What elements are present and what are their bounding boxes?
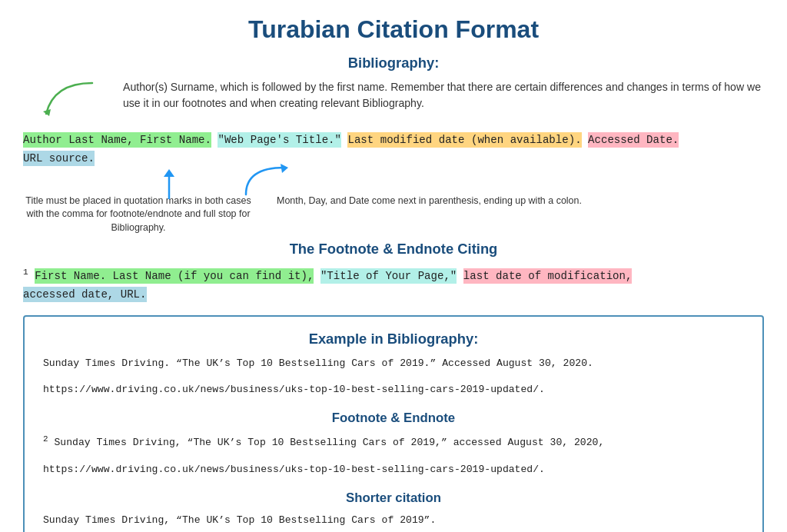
biblio-annotation-right: Month, Day, and Date come next in parent… — [254, 171, 764, 234]
example-footnote-text1: 2 Sunday Times Driving, “The UK’s Top 10… — [43, 432, 744, 452]
page-title: Turabian Citation Format — [23, 15, 764, 44]
example-biblio-text2: https://www.driving.co.uk/news/business/… — [43, 381, 744, 398]
example-shorter-text: Sunday Times Driving, “The UK’s Top 10 B… — [43, 512, 744, 529]
example-shorter-title: Shorter citation — [43, 490, 744, 506]
bibliography-section-title: Bibliography: — [23, 55, 764, 71]
footnote-section-title: The Footnote & Endnote Citing — [23, 241, 764, 258]
footnote-citation-line2: accessed date, URL. — [23, 286, 764, 304]
biblio-citation-line1: Author Last Name, First Name. "Web Page'… — [23, 131, 764, 150]
footnote-superscript: 1 — [23, 268, 28, 277]
green-arrow-container — [23, 79, 123, 125]
footnote-citation-line1: 1 First Name. Last Name (if you can find… — [23, 265, 764, 286]
annot-right-text: Month, Day, and Date come next in parent… — [277, 195, 764, 208]
blue-curve-arrow-svg — [238, 164, 300, 198]
example-biblio-text1: Sunday Times Driving. “The UK’s Top 10 B… — [43, 355, 744, 372]
biblio-part4: Accessed Date. — [588, 132, 679, 148]
footnote-part3: last date of modification, — [463, 268, 633, 284]
teal-up-arrow-svg — [146, 168, 192, 202]
biblio-annotation-left: Title must be placed in quotation marks … — [23, 171, 254, 234]
biblio-wrapper: Author(s) Surname, which is followed by … — [23, 79, 764, 234]
example-footnote-text2: https://www.driving.co.uk/news/business/… — [43, 461, 744, 478]
annot-left-text: Title must be placed in quotation marks … — [23, 195, 254, 234]
example-footnote-title: Footnote & Endnote — [43, 411, 744, 426]
footnote-part4: accessed date, URL. — [23, 287, 147, 302]
biblio-annotations: Title must be placed in quotation marks … — [23, 171, 764, 234]
footnote-part2: "Title of Your Page," — [320, 268, 457, 284]
biblio-part1: Author Last Name, First Name. — [23, 132, 211, 148]
bibliography-section: Bibliography: Author(s) Surname, which i… — [23, 55, 764, 234]
example-biblio-title: Example in Bibliography: — [43, 331, 744, 347]
biblio-part2: "Web Page's Title." — [218, 132, 341, 148]
green-arrow-svg — [23, 79, 123, 125]
example-box: Example in Bibliography: Sunday Times Dr… — [23, 315, 764, 532]
biblio-part3: Last modified date (when available). — [347, 132, 581, 148]
example-footnote-sup: 2 — [43, 434, 48, 444]
footnote-part1: First Name. Last Name (if you can find i… — [35, 268, 314, 284]
biblio-citation-line2: URL source. — [23, 150, 764, 168]
svg-marker-1 — [164, 169, 174, 177]
footnote-section: The Footnote & Endnote Citing 1 First Na… — [23, 241, 764, 304]
biblio-part5: URL source. — [23, 151, 95, 166]
example-footnote-text1-content: Sunday Times Driving, “The UK’s Top 10 B… — [54, 437, 604, 449]
biblio-description: Author(s) Surname, which is followed by … — [123, 79, 764, 111]
svg-marker-2 — [281, 164, 288, 173]
